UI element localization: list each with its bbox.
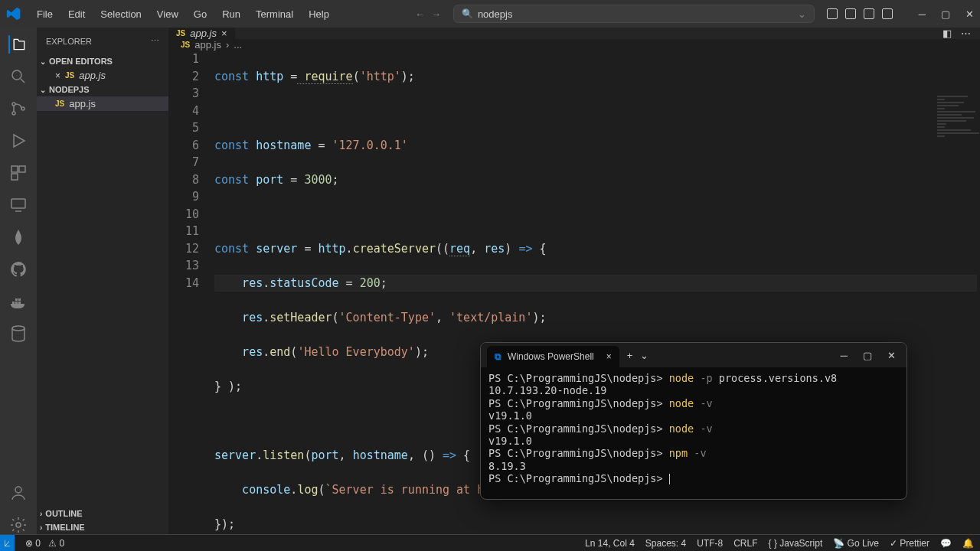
line-numbers: 1234567891011121314 [168,51,214,551]
docker-icon[interactable] [9,292,28,311]
powershell-icon: ⧉ [495,351,501,362]
search-activity-icon[interactable] [9,67,28,86]
menu-edit[interactable]: Edit [62,5,91,23]
file-item[interactable]: JS app.js [37,96,168,111]
search-icon: 🔍 [462,8,473,19]
powershell-window[interactable]: ⧉ Windows PowerShell × + ⌄ ─ ▢ ✕ PS C:\P… [480,342,907,500]
warnings-count[interactable]: ⚠ 0 [48,538,64,549]
menu-view[interactable]: View [151,5,185,23]
svg-rect-5 [19,166,25,172]
js-file-icon: JS [65,71,74,80]
ps-cursor [669,474,671,484]
database-icon[interactable] [9,324,28,343]
extensions-icon[interactable] [9,164,28,182]
remote-button[interactable]: ⟀ [0,535,15,552]
github-icon[interactable] [9,260,28,279]
menu-selection[interactable]: Selection [94,5,147,23]
sidebar-title: EXPLORER [46,37,92,46]
minimize-icon[interactable]: ─ [919,8,926,20]
svg-rect-4 [11,166,18,172]
chevron-down-icon: ⌄ [798,8,806,20]
tabs: JS app.js × ◧ ⋯ [168,28,980,39]
new-tab-icon[interactable]: + [627,350,633,361]
maximize-icon[interactable]: ▢ [863,350,872,361]
command-center[interactable]: 🔍 nodepjs ⌄ [453,5,815,23]
chevron-right-icon: › [40,510,42,518]
activity-bar [0,28,37,534]
menu-file[interactable]: File [31,5,59,23]
nav-forward-icon[interactable]: → [431,8,441,20]
maximize-icon[interactable]: ▢ [941,8,950,20]
close-icon[interactable]: ✕ [965,8,974,20]
minimize-icon[interactable]: ─ [841,350,848,361]
open-editors-section[interactable]: ⌄ OPEN EDITORS [37,54,168,68]
menu-help[interactable]: Help [302,5,335,23]
timeline-section[interactable]: › TIMELINE [37,520,168,534]
svg-point-1 [12,103,15,106]
project-section[interactable]: ⌄ NODEPJS [37,83,168,96]
remote-explorer-icon[interactable] [9,196,28,214]
layout-secondary-icon[interactable] [864,8,874,19]
mongodb-icon[interactable] [9,228,28,246]
ps-terminal[interactable]: PS C:\ProgrammingJS\nodepjs> node -p pro… [481,367,906,499]
explorer-icon[interactable] [8,35,27,54]
minimap[interactable] [934,94,980,186]
layout-primary-icon[interactable] [827,8,838,19]
menu-run[interactable]: Run [216,5,247,23]
svg-point-8 [12,326,24,331]
titlebar: File Edit Selection View Go Run Terminal… [0,0,980,28]
svg-rect-7 [11,199,25,208]
menu-go[interactable]: Go [188,5,213,23]
svg-rect-6 [11,174,18,180]
more-icon[interactable]: ⋯ [151,36,159,46]
ps-tab[interactable]: ⧉ Windows PowerShell × [487,346,619,367]
chevron-down-icon: ⌄ [40,57,46,66]
chevron-right-icon: › [40,523,42,532]
breadcrumb[interactable]: JS app.js › ... [168,39,980,51]
js-file-icon: JS [55,99,64,108]
run-debug-icon[interactable] [9,132,28,150]
chevron-down-icon: ⌄ [40,86,46,94]
open-editor-item[interactable]: × JS app.js [37,68,168,83]
close-icon[interactable]: ✕ [887,350,896,361]
chevron-down-icon[interactable]: ⌄ [640,350,648,361]
sidebar: EXPLORER ⋯ ⌄ OPEN EDITORS × JS app.js ⌄ … [37,28,168,534]
svg-point-10 [16,523,21,527]
layout-customize-icon[interactable] [882,8,893,19]
errors-count[interactable]: ⊗ 0 [25,538,41,549]
tab-appjs[interactable]: JS app.js × [168,28,236,39]
svg-point-0 [12,70,21,80]
outline-section[interactable]: › OUTLINE [37,507,168,520]
close-tab-icon[interactable]: × [221,28,227,39]
close-icon[interactable]: × [55,70,60,81]
source-control-icon[interactable] [9,99,28,118]
nav-back-icon[interactable]: ← [415,8,425,20]
vscode-logo-icon [6,6,21,21]
svg-point-9 [15,487,21,493]
split-editor-icon[interactable]: ◧ [942,28,952,39]
menu-terminal[interactable]: Terminal [250,5,299,23]
more-actions-icon[interactable]: ⋯ [961,28,971,39]
search-text: nodepjs [478,8,513,20]
ps-titlebar[interactable]: ⧉ Windows PowerShell × + ⌄ ─ ▢ ✕ [481,343,906,367]
close-tab-icon[interactable]: × [606,351,612,362]
settings-gear-icon[interactable] [9,516,28,534]
js-file-icon: JS [176,29,185,37]
js-file-icon: JS [181,41,190,49]
svg-point-2 [12,112,15,115]
layout-panel-icon[interactable] [845,8,856,19]
account-icon[interactable] [9,484,28,502]
